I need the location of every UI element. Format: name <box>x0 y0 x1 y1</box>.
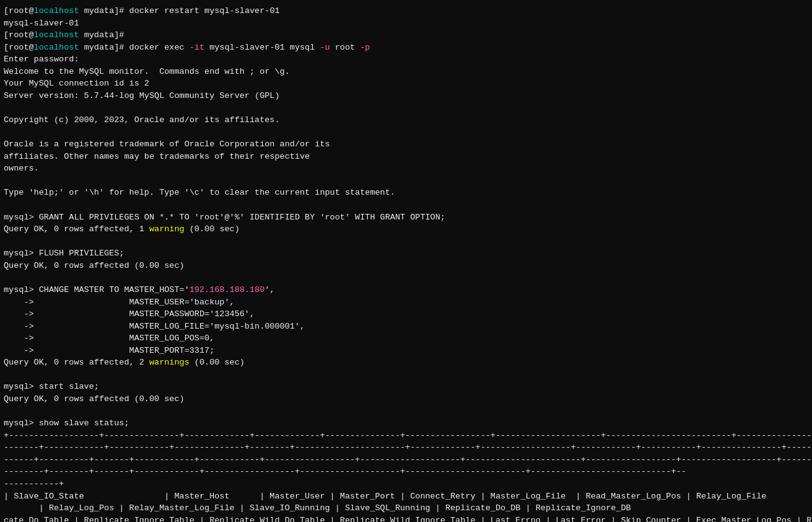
terminal-line-9: Copyright (c) 2000, 2023, Oracle and/or … <box>4 114 808 126</box>
terminal-line-blank5 <box>4 236 808 248</box>
terminal-line-11: affiliates. Other names may be trademark… <box>4 151 808 163</box>
terminal-line-5: Enter password: <box>4 53 808 66</box>
terminal-line-14: mysql> GRANT ALL PRIVILEGES ON *.* TO 'r… <box>4 211 808 224</box>
terminal-line-blank6 <box>4 272 808 284</box>
terminal-line-26: Query OK, 0 rows affected (0.00 sec) <box>4 393 808 405</box>
terminal-line-13: Type 'help;' or '\h' for help. Type '\c'… <box>4 187 808 199</box>
terminal-line-17: Query OK, 0 rows affected (0.00 sec) <box>4 260 808 272</box>
terminal-line-header2: | Relay_Log_Pos | Relay_Master_Log_File … <box>4 502 808 515</box>
terminal-line-12: owners. <box>4 162 808 175</box>
terminal-sep-3: ------+----------+-------+------------+-… <box>4 454 808 466</box>
terminal-line-1: [root@localhost mydata]# docker restart … <box>4 5 808 17</box>
terminal-line-blank4 <box>4 199 808 211</box>
terminal-line-blank1 <box>4 102 808 115</box>
terminal-line-18: mysql> CHANGE MASTER TO MASTER_HOST='192… <box>4 284 808 296</box>
terminal-line-header: | Slave_IO_State | Master_Host | Master_… <box>4 490 808 503</box>
terminal-line-7: Your MySQL connection id is 2 <box>4 77 808 90</box>
terminal-line-6: Welcome to the MySQL monitor. Commands e… <box>4 66 808 78</box>
terminal-line-4: [root@localhost mydata]# docker exec -it… <box>4 42 808 54</box>
terminal-sep-4: --------+--------+-------+-------------+… <box>4 466 808 478</box>
terminal-window: [root@localhost mydata]# docker restart … <box>0 0 812 522</box>
terminal-line-blank2 <box>4 126 808 139</box>
terminal-line-23: -> MASTER_PORT=3317; <box>4 345 808 357</box>
terminal-line-20: -> MASTER_PASSWORD='123456', <box>4 308 808 321</box>
terminal-line-blank7 <box>4 369 808 381</box>
terminal-line-blank8 <box>4 405 808 418</box>
terminal-line-3: [root@localhost mydata]# <box>4 29 808 42</box>
terminal-line-19: -> MASTER_USER='backup', <box>4 296 808 309</box>
terminal-line-25: mysql> start slave; <box>4 381 808 393</box>
terminal-line-2: mysql-slaver-01 <box>4 17 808 30</box>
terminal-line-blank3 <box>4 175 808 187</box>
terminal-line-15: Query OK, 0 rows affected, 1 warning (0.… <box>4 223 808 236</box>
terminal-line-21: -> MASTER_LOG_FILE='mysql-bin.000001', <box>4 321 808 333</box>
terminal-line-22: -> MASTER_LOG_POS=0, <box>4 332 808 345</box>
terminal-sep-5: -----------+ <box>4 478 808 490</box>
terminal-line-8: Server version: 5.7.44-log MySQL Communi… <box>4 90 808 102</box>
terminal-sep-2: -------+------------+------------+------… <box>4 441 808 454</box>
terminal-line-27: mysql> show slave status; <box>4 417 808 430</box>
terminal-line-10: Oracle is a registered trademark of Orac… <box>4 138 808 151</box>
terminal-line-header3: cate_Do_Table | Replicate_Ignore_Table |… <box>4 515 808 522</box>
terminal-line-24: Query OK, 0 rows affected, 2 warnings (0… <box>4 356 808 369</box>
terminal-sep-1: +------------------+---------------+----… <box>4 430 808 442</box>
terminal-line-16: mysql> FLUSH PRIVILEGES; <box>4 247 808 260</box>
